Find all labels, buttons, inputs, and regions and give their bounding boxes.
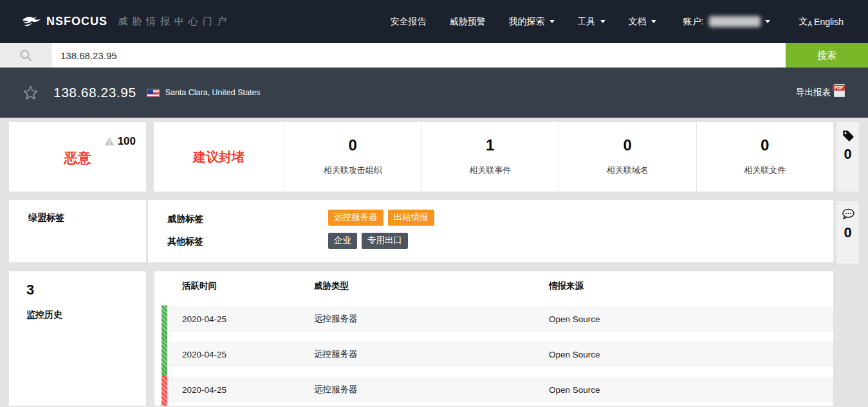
other-tag[interactable]: 企业 xyxy=(328,233,357,249)
severity-bar-segment xyxy=(162,376,167,406)
chevron-down-icon xyxy=(765,20,770,23)
cell-threat-type: 远控服务器 xyxy=(314,313,549,325)
language-switch[interactable]: 文A English xyxy=(799,16,844,28)
risk-score-value: 100 xyxy=(118,135,136,148)
cell-intel-source: Open Source xyxy=(549,350,833,359)
threat-tag[interactable]: 出站情报 xyxy=(388,210,434,226)
tag-icon xyxy=(842,122,854,145)
language-label: English xyxy=(814,17,844,27)
column-header-threat-type: 威胁类型 xyxy=(314,280,549,292)
pdf-file-icon: PDF xyxy=(834,84,845,97)
chevron-down-icon xyxy=(549,20,555,23)
us-flag-icon xyxy=(147,89,160,97)
threat-tags-label: 威胁标签 xyxy=(167,213,203,225)
ip-header: 138.68.23.95 Santa Clara, United States … xyxy=(0,68,868,118)
verdict-label: 恶意 xyxy=(9,149,146,167)
nav-docs[interactable]: 文档 xyxy=(629,16,656,28)
table-row: 2020-04-25 远控服务器 Open Source xyxy=(166,377,833,402)
export-report-label: 导出报表 xyxy=(796,87,831,98)
flag-canton xyxy=(147,89,153,94)
nsfocus-tags-title: 绿盟标签 xyxy=(9,200,146,262)
stat-related-events[interactable]: 1 相关联事件 xyxy=(421,122,559,192)
warning-triangle-icon xyxy=(104,137,115,146)
account-menu[interactable]: 账户: xyxy=(683,16,771,28)
history-table-card: 活跃时间 威胁类型 情报来源 2020-04-25 远控服务器 Open Sou… xyxy=(154,271,833,406)
history-title: 监控历史 xyxy=(26,309,146,321)
history-row: 3 监控历史 活跃时间 威胁类型 情报来源 2020-04-25 远控服务器 O… xyxy=(9,271,833,406)
chevron-down-icon xyxy=(600,20,605,23)
favorite-star-icon[interactable] xyxy=(23,86,38,100)
column-header-intel-source: 情报来源 xyxy=(549,280,833,292)
nav-tools[interactable]: 工具 xyxy=(578,16,605,28)
cell-threat-type: 远控服务器 xyxy=(314,384,549,395)
stat-value: 0 xyxy=(559,136,696,154)
severity-bar-segment xyxy=(162,341,167,376)
cell-active-time: 2020-04-25 xyxy=(166,385,314,395)
nav-security-report[interactable]: 安全报告 xyxy=(391,16,427,28)
risk-score: 100 xyxy=(104,135,136,148)
history-table-body: 2020-04-25 远控服务器 Open Source 2020-04-25 … xyxy=(166,306,833,402)
threat-tag[interactable]: 远控服务器 xyxy=(328,210,383,226)
other-tags-label: 其他标签 xyxy=(167,236,203,248)
portal-title: 威胁情报中心门户 xyxy=(118,15,231,28)
cell-active-time: 2020-04-25 xyxy=(166,314,314,324)
cell-threat-type: 远控服务器 xyxy=(314,348,549,360)
other-tags-group: 企业 专用出口 xyxy=(328,233,408,249)
stat-label: 相关联攻击组织 xyxy=(284,165,421,176)
main-nav: 安全报告 威胁预警 我的探索 工具 文档 xyxy=(391,16,656,28)
search-bar: 搜索 xyxy=(0,43,868,68)
stat-label: 相关联域名 xyxy=(559,165,696,176)
rail-tag-count: 0 xyxy=(836,146,859,163)
page-title-ip: 138.68.23.95 xyxy=(53,85,136,100)
translate-icon: 文A xyxy=(799,16,812,28)
stat-attack-groups[interactable]: 0 相关联攻击组织 xyxy=(284,122,421,192)
summary-row: 100 恶意 建议封堵 0 相关联攻击组织 1 相关联事件 0 相关联域名 0 … xyxy=(9,122,833,192)
chevron-down-icon xyxy=(651,20,656,23)
search-icon xyxy=(19,48,33,62)
stat-related-files[interactable]: 0 相关联文件 xyxy=(696,122,834,192)
account-label: 账户: xyxy=(683,16,704,28)
tags-card: 威胁标签 远控服务器 出站情报 其他标签 企业 专用出口 xyxy=(148,200,833,262)
brand-name: NSFOCUS xyxy=(46,15,107,28)
stat-value: 1 xyxy=(422,136,559,154)
threat-tags-group: 远控服务器 出站情报 xyxy=(328,210,434,226)
nav-threat-alert[interactable]: 威胁预警 xyxy=(450,16,486,28)
export-report-button[interactable]: 导出报表 PDF xyxy=(796,87,845,98)
recommendation-label: 建议封堵 xyxy=(154,122,284,192)
rail-comments-shortcut[interactable]: 0 xyxy=(836,201,859,264)
account-username-redacted xyxy=(709,16,761,27)
cell-intel-source: Open Source xyxy=(549,314,833,324)
stat-label: 相关联事件 xyxy=(422,165,559,176)
verdict-card: 100 恶意 xyxy=(9,122,146,192)
cell-intel-source: Open Source xyxy=(549,385,833,395)
top-navbar: NSFOCUS 威胁情报中心门户 安全报告 威胁预警 我的探索 工具 文档 账户… xyxy=(0,0,868,43)
table-row: 2020-04-25 远控服务器 Open Source xyxy=(166,306,833,332)
stat-value: 0 xyxy=(284,136,421,154)
severity-bar-segment xyxy=(162,305,167,341)
geo-location: Santa Clara, United States xyxy=(165,88,261,97)
stat-label: 相关联文件 xyxy=(697,165,834,176)
rail-comment-count: 0 xyxy=(836,224,859,241)
search-button[interactable]: 搜索 xyxy=(786,43,868,68)
rail-tags-shortcut[interactable]: 0 xyxy=(836,122,859,192)
comment-icon xyxy=(841,201,855,223)
history-count: 3 xyxy=(26,282,146,298)
table-row: 2020-04-25 远控服务器 Open Source xyxy=(166,341,833,367)
stats-strip: 建议封堵 0 相关联攻击组织 1 相关联事件 0 相关联域名 0 相关联文件 xyxy=(154,122,833,192)
column-header-active-time: 活跃时间 xyxy=(166,280,314,292)
tags-row: 绿盟标签 威胁标签 远控服务器 出站情报 其他标签 企业 专用出口 xyxy=(9,200,833,262)
history-summary-card: 3 监控历史 xyxy=(9,271,146,406)
other-tag[interactable]: 专用出口 xyxy=(362,233,408,249)
nsfocus-bird-icon xyxy=(22,15,41,28)
stat-related-domains[interactable]: 0 相关联域名 xyxy=(559,122,696,192)
cell-active-time: 2020-04-25 xyxy=(166,350,314,359)
severity-bar xyxy=(162,305,167,406)
brand-logo[interactable]: NSFOCUS 威胁情报中心门户 xyxy=(22,15,231,28)
nav-my-exploration[interactable]: 我的探索 xyxy=(509,16,555,28)
stat-value: 0 xyxy=(697,136,834,154)
search-icon-box xyxy=(0,43,51,68)
search-input[interactable] xyxy=(51,43,786,68)
history-table-header: 活跃时间 威胁类型 情报来源 xyxy=(166,280,833,292)
